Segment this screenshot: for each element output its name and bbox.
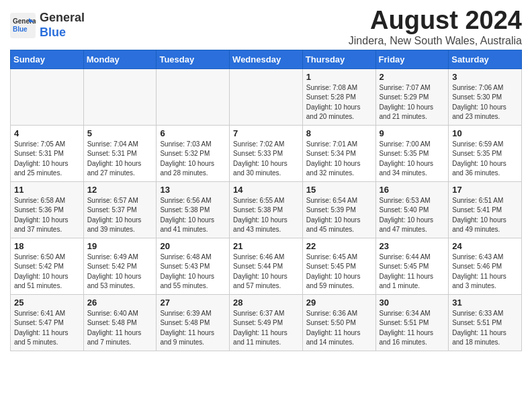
day-number: 26 <box>87 298 153 308</box>
header-wednesday: Wednesday <box>230 50 303 68</box>
calendar-week-row: 1Sunrise: 7:08 AM Sunset: 5:28 PM Daylig… <box>11 68 522 125</box>
calendar-cell: 29Sunrise: 6:36 AM Sunset: 5:50 PM Dayli… <box>302 294 375 351</box>
header-tuesday: Tuesday <box>157 50 230 68</box>
logo-text: General Blue <box>40 11 85 40</box>
day-info: Sunrise: 6:39 AM Sunset: 5:48 PM Dayligh… <box>160 309 226 348</box>
day-info: Sunrise: 7:04 AM Sunset: 5:31 PM Dayligh… <box>87 140 153 179</box>
calendar-cell: 9Sunrise: 7:00 AM Sunset: 5:35 PM Daylig… <box>375 125 449 181</box>
calendar-cell <box>157 68 230 125</box>
header-friday: Friday <box>375 50 449 68</box>
day-number: 4 <box>14 128 80 138</box>
calendar-cell <box>83 68 157 125</box>
day-info: Sunrise: 6:55 AM Sunset: 5:38 PM Dayligh… <box>233 196 299 235</box>
calendar-cell: 14Sunrise: 6:55 AM Sunset: 5:38 PM Dayli… <box>230 181 303 238</box>
calendar-cell: 30Sunrise: 6:34 AM Sunset: 5:51 PM Dayli… <box>375 294 449 351</box>
day-number: 12 <box>87 185 153 195</box>
day-number: 28 <box>233 298 299 308</box>
day-number: 5 <box>87 128 153 138</box>
calendar-cell: 26Sunrise: 6:40 AM Sunset: 5:48 PM Dayli… <box>83 294 157 351</box>
day-number: 17 <box>452 185 518 195</box>
day-number: 20 <box>160 241 226 251</box>
calendar-cell: 11Sunrise: 6:58 AM Sunset: 5:36 PM Dayli… <box>11 181 84 238</box>
calendar-week-row: 25Sunrise: 6:41 AM Sunset: 5:47 PM Dayli… <box>11 294 522 351</box>
day-info: Sunrise: 6:53 AM Sunset: 5:40 PM Dayligh… <box>380 196 445 235</box>
day-info: Sunrise: 6:49 AM Sunset: 5:42 PM Dayligh… <box>87 253 153 291</box>
calendar-cell: 23Sunrise: 6:44 AM Sunset: 5:45 PM Dayli… <box>375 238 449 294</box>
day-info: Sunrise: 6:46 AM Sunset: 5:44 PM Dayligh… <box>233 253 299 291</box>
logo: General Blue General Blue <box>10 11 85 40</box>
day-number: 3 <box>452 72 518 82</box>
day-info: Sunrise: 7:00 AM Sunset: 5:35 PM Dayligh… <box>380 140 445 179</box>
day-info: Sunrise: 6:45 AM Sunset: 5:45 PM Dayligh… <box>306 253 372 291</box>
calendar-cell: 22Sunrise: 6:45 AM Sunset: 5:45 PM Dayli… <box>302 238 375 294</box>
day-info: Sunrise: 6:51 AM Sunset: 5:41 PM Dayligh… <box>452 196 518 235</box>
day-number: 8 <box>306 128 372 138</box>
day-info: Sunrise: 6:33 AM Sunset: 5:51 PM Dayligh… <box>452 309 518 348</box>
calendar-week-row: 18Sunrise: 6:50 AM Sunset: 5:42 PM Dayli… <box>11 238 522 294</box>
month-title: August 2024 <box>349 7 522 35</box>
calendar-cell: 10Sunrise: 6:59 AM Sunset: 5:35 PM Dayli… <box>449 125 522 181</box>
calendar-cell: 17Sunrise: 6:51 AM Sunset: 5:41 PM Dayli… <box>449 181 522 238</box>
day-info: Sunrise: 6:37 AM Sunset: 5:49 PM Dayligh… <box>233 309 299 348</box>
day-number: 6 <box>160 128 226 138</box>
day-info: Sunrise: 7:03 AM Sunset: 5:32 PM Dayligh… <box>160 140 226 179</box>
header-monday: Monday <box>83 50 157 68</box>
calendar-cell: 19Sunrise: 6:49 AM Sunset: 5:42 PM Dayli… <box>83 238 157 294</box>
calendar-cell: 25Sunrise: 6:41 AM Sunset: 5:47 PM Dayli… <box>11 294 84 351</box>
calendar-cell: 21Sunrise: 6:46 AM Sunset: 5:44 PM Dayli… <box>230 238 303 294</box>
calendar-cell: 2Sunrise: 7:07 AM Sunset: 5:29 PM Daylig… <box>375 68 449 125</box>
day-number: 22 <box>306 241 372 251</box>
calendar-cell <box>230 68 303 125</box>
day-number: 9 <box>380 128 445 138</box>
calendar-cell: 1Sunrise: 7:08 AM Sunset: 5:28 PM Daylig… <box>302 68 375 125</box>
calendar-cell: 4Sunrise: 7:05 AM Sunset: 5:31 PM Daylig… <box>11 125 84 181</box>
day-info: Sunrise: 6:54 AM Sunset: 5:39 PM Dayligh… <box>306 196 372 235</box>
day-info: Sunrise: 6:50 AM Sunset: 5:42 PM Dayligh… <box>14 253 80 291</box>
day-number: 21 <box>233 241 299 251</box>
day-info: Sunrise: 6:36 AM Sunset: 5:50 PM Dayligh… <box>306 309 372 348</box>
day-number: 16 <box>380 185 445 195</box>
calendar-cell: 24Sunrise: 6:43 AM Sunset: 5:46 PM Dayli… <box>449 238 522 294</box>
calendar-cell: 20Sunrise: 6:48 AM Sunset: 5:43 PM Dayli… <box>157 238 230 294</box>
day-number: 30 <box>380 298 445 308</box>
day-number: 11 <box>14 185 80 195</box>
calendar-cell: 12Sunrise: 6:57 AM Sunset: 5:37 PM Dayli… <box>83 181 157 238</box>
calendar-cell <box>11 68 84 125</box>
day-number: 29 <box>306 298 372 308</box>
svg-text:Blue: Blue <box>13 26 28 33</box>
day-info: Sunrise: 6:59 AM Sunset: 5:35 PM Dayligh… <box>452 140 518 179</box>
day-number: 2 <box>380 72 445 82</box>
day-number: 15 <box>306 185 372 195</box>
day-info: Sunrise: 7:02 AM Sunset: 5:33 PM Dayligh… <box>233 140 299 179</box>
day-info: Sunrise: 6:34 AM Sunset: 5:51 PM Dayligh… <box>380 309 445 348</box>
day-info: Sunrise: 6:48 AM Sunset: 5:43 PM Dayligh… <box>160 253 226 291</box>
day-number: 23 <box>380 241 445 251</box>
calendar-cell: 27Sunrise: 6:39 AM Sunset: 5:48 PM Dayli… <box>157 294 230 351</box>
title-area: August 2024 Jindera, New South Wales, Au… <box>349 7 522 47</box>
day-info: Sunrise: 6:43 AM Sunset: 5:46 PM Dayligh… <box>452 253 518 291</box>
day-number: 24 <box>452 241 518 251</box>
calendar-week-row: 4Sunrise: 7:05 AM Sunset: 5:31 PM Daylig… <box>11 125 522 181</box>
day-info: Sunrise: 6:40 AM Sunset: 5:48 PM Dayligh… <box>87 309 153 348</box>
day-info: Sunrise: 6:41 AM Sunset: 5:47 PM Dayligh… <box>14 309 80 348</box>
calendar-cell: 5Sunrise: 7:04 AM Sunset: 5:31 PM Daylig… <box>83 125 157 181</box>
day-number: 27 <box>160 298 226 308</box>
day-info: Sunrise: 7:06 AM Sunset: 5:30 PM Dayligh… <box>452 83 518 122</box>
day-info: Sunrise: 6:57 AM Sunset: 5:37 PM Dayligh… <box>87 196 153 235</box>
calendar-cell: 16Sunrise: 6:53 AM Sunset: 5:40 PM Dayli… <box>375 181 449 238</box>
calendar-cell: 28Sunrise: 6:37 AM Sunset: 5:49 PM Dayli… <box>230 294 303 351</box>
day-info: Sunrise: 7:08 AM Sunset: 5:28 PM Dayligh… <box>306 83 372 122</box>
day-number: 10 <box>452 128 518 138</box>
calendar-cell: 6Sunrise: 7:03 AM Sunset: 5:32 PM Daylig… <box>157 125 230 181</box>
calendar-table: SundayMondayTuesdayWednesdayThursdayFrid… <box>10 50 522 351</box>
header-saturday: Saturday <box>449 50 522 68</box>
day-number: 14 <box>233 185 299 195</box>
day-info: Sunrise: 6:58 AM Sunset: 5:36 PM Dayligh… <box>14 196 80 235</box>
calendar-cell: 8Sunrise: 7:01 AM Sunset: 5:34 PM Daylig… <box>302 125 375 181</box>
calendar-cell: 15Sunrise: 6:54 AM Sunset: 5:39 PM Dayli… <box>302 181 375 238</box>
page-header: General Blue General Blue August 2024 Ji… <box>10 7 522 47</box>
day-info: Sunrise: 7:05 AM Sunset: 5:31 PM Dayligh… <box>14 140 80 179</box>
subtitle: Jindera, New South Wales, Australia <box>349 35 522 47</box>
day-number: 1 <box>306 72 372 82</box>
day-info: Sunrise: 7:01 AM Sunset: 5:34 PM Dayligh… <box>306 140 372 179</box>
